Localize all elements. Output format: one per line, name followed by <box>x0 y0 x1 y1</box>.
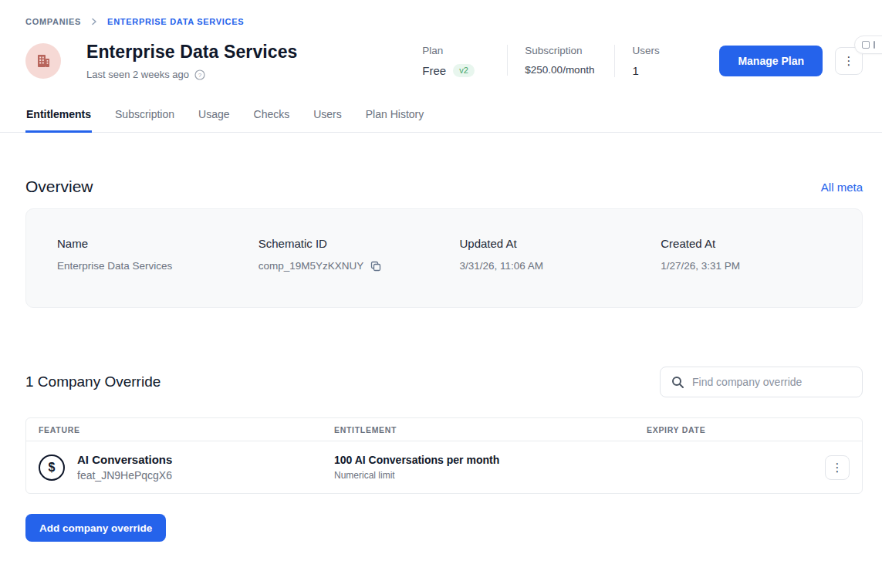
plan-version-badge: v2 <box>453 64 475 77</box>
stat-plan-value: Free <box>422 64 446 77</box>
tab-plan-history[interactable]: Plan History <box>365 99 424 132</box>
field-created-at-label: Created At <box>661 237 862 250</box>
breadcrumb: COMPANIES ENTERPRISE DATA SERVICES <box>0 0 882 26</box>
edge-overlay-widget[interactable] <box>854 35 882 54</box>
all-meta-link[interactable]: All meta <box>821 181 863 194</box>
dollar-circle-icon: $ <box>39 455 65 481</box>
overlay-bar-icon <box>874 41 875 49</box>
search-icon <box>671 376 684 389</box>
breadcrumb-current-company[interactable]: ENTERPRISE DATA SERVICES <box>107 17 244 26</box>
stat-subscription: Subscription $250.00/month <box>507 45 614 76</box>
field-created-at-value: 1/27/26, 3:31 PM <box>661 260 862 272</box>
tab-checks[interactable]: Checks <box>253 99 291 132</box>
table-header-row: Feature Entitlement Expiry Date <box>26 418 862 441</box>
field-created-at: Created At 1/27/26, 3:31 PM <box>661 237 862 272</box>
copy-icon[interactable] <box>370 261 381 272</box>
tab-users[interactable]: Users <box>313 99 343 132</box>
field-name: Name Enterprise Data Services <box>57 237 259 272</box>
overview-card: Name Enterprise Data Services Schematic … <box>25 208 863 308</box>
feature-id: feat_JN9HePqcgX6 <box>77 469 172 482</box>
overrides-table: Feature Entitlement Expiry Date $ AI Con… <box>25 417 863 494</box>
tab-bar: Entitlements Subscription Usage Checks U… <box>0 99 882 133</box>
main-content: Overview All meta Name Enterprise Data S… <box>0 177 882 565</box>
field-schematic-id-label: Schematic ID <box>259 237 460 250</box>
entitlement-value: 100 AI Conversations per month <box>334 454 647 466</box>
overlay-square-icon <box>862 41 870 49</box>
field-name-label: Name <box>57 237 259 250</box>
col-expiry-date: Expiry Date <box>647 425 800 434</box>
feature-cell: $ AI Conversations feat_JN9HePqcgX6 <box>39 453 334 482</box>
override-search-input[interactable] <box>692 376 853 388</box>
breadcrumb-companies[interactable]: COMPANIES <box>25 17 81 26</box>
stat-users-label: Users <box>632 45 679 56</box>
stat-plan: Plan Free v2 <box>422 45 507 77</box>
plan-stats: Plan Free v2 Subscription $250.00/month … <box>422 45 699 77</box>
field-updated-at-label: Updated At <box>460 237 661 250</box>
svg-text:?: ? <box>198 72 202 79</box>
field-name-value: Enterprise Data Services <box>57 260 259 272</box>
tab-subscription[interactable]: Subscription <box>114 99 175 132</box>
overrides-heading: 1 Company Override <box>25 373 161 390</box>
field-updated-at: Updated At 3/31/26, 11:06 AM <box>460 237 661 272</box>
field-schematic-id-value: comp_19M5YzKXNUY <box>259 260 364 272</box>
page-title: Enterprise Data Services <box>86 42 318 63</box>
stat-plan-label: Plan <box>422 45 487 56</box>
company-header: Enterprise Data Services Last seen 2 wee… <box>0 26 882 80</box>
tab-usage[interactable]: Usage <box>198 99 230 132</box>
feature-name: AI Conversations <box>77 453 172 466</box>
stat-users-value: 1 <box>632 64 679 77</box>
tab-entitlements[interactable]: Entitlements <box>25 99 92 132</box>
col-entitlement: Entitlement <box>334 425 647 434</box>
stat-users: Users 1 <box>614 45 699 77</box>
stat-subscription-label: Subscription <box>525 45 594 56</box>
chevron-right-icon <box>90 18 98 25</box>
manage-plan-button[interactable]: Manage Plan <box>719 46 823 76</box>
last-seen-text: Last seen 2 weeks ago <box>86 69 189 80</box>
help-icon[interactable]: ? <box>194 69 205 80</box>
add-company-override-button[interactable]: Add company override <box>25 514 166 542</box>
entitlement-cell: 100 AI Conversations per month Numerical… <box>334 454 647 481</box>
company-avatar <box>25 43 61 79</box>
table-row: $ AI Conversations feat_JN9HePqcgX6 100 … <box>26 441 862 493</box>
company-title-block: Enterprise Data Services Last seen 2 wee… <box>86 42 318 80</box>
header-actions: Manage Plan ⋮ <box>719 46 863 76</box>
field-updated-at-value: 3/31/26, 11:06 AM <box>460 260 661 272</box>
row-kebab-button[interactable]: ⋮ <box>825 455 850 480</box>
col-feature: Feature <box>39 425 334 434</box>
entitlement-type: Numerical limit <box>334 470 647 481</box>
building-icon <box>35 53 51 69</box>
overview-heading: Overview <box>25 177 93 196</box>
stat-subscription-value: $250.00/month <box>525 64 594 76</box>
company-detail-page: COMPANIES ENTERPRISE DATA SERVICES Enter… <box>0 0 882 588</box>
override-search[interactable] <box>660 367 863 397</box>
field-schematic-id: Schematic ID comp_19M5YzKXNUY <box>259 237 460 272</box>
